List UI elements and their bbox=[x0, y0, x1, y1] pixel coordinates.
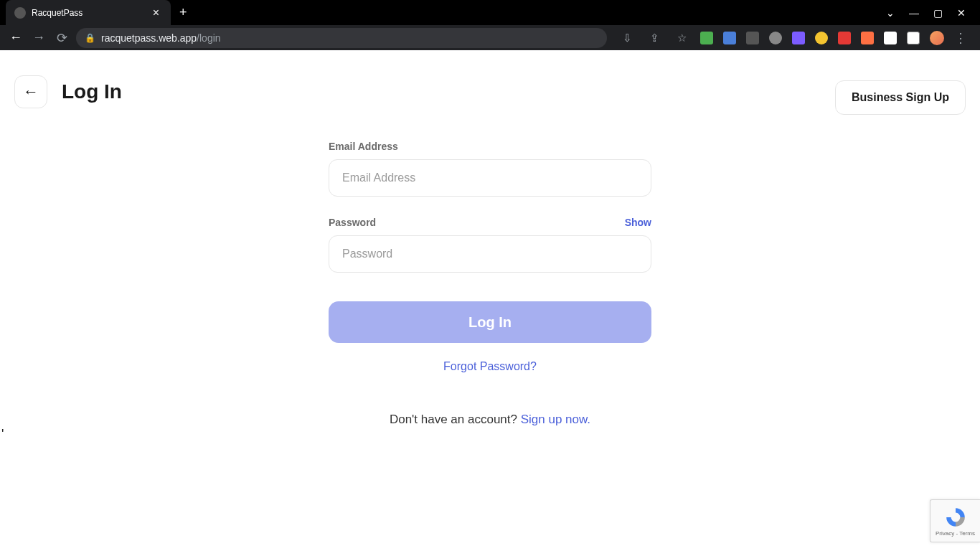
tab-bar: RacquetPass × + ⌄ — ▢ ✕ bbox=[0, 0, 980, 25]
nav-back-icon[interactable]: ← bbox=[7, 30, 24, 45]
menu-kebab-icon[interactable]: ⋮ bbox=[954, 30, 967, 46]
extensions-puzzle-icon[interactable] bbox=[884, 32, 897, 44]
address-bar[interactable]: 🔒 racquetpass.web.app/login bbox=[76, 28, 607, 48]
extension-icon[interactable] bbox=[815, 32, 828, 44]
signup-prompt-text: Don't have an account? bbox=[390, 413, 521, 426]
password-input[interactable] bbox=[329, 235, 651, 273]
close-window-icon[interactable]: ✕ bbox=[957, 7, 966, 19]
maximize-icon[interactable]: ▢ bbox=[933, 7, 943, 19]
recaptcha-terms[interactable]: Privacy - Terms bbox=[936, 530, 975, 537]
forgot-password-link[interactable]: Forgot Password? bbox=[329, 360, 651, 373]
favicon-icon bbox=[14, 7, 26, 19]
extension-icon[interactable] bbox=[769, 32, 782, 44]
recaptcha-badge[interactable]: Privacy - Terms bbox=[930, 499, 980, 542]
login-button[interactable]: Log In bbox=[329, 301, 651, 343]
extension-icon[interactable] bbox=[746, 32, 759, 44]
back-button[interactable]: ← bbox=[14, 75, 47, 108]
window-controls: ⌄ — ▢ ✕ bbox=[886, 7, 980, 19]
browser-chrome: RacquetPass × + ⌄ — ▢ ✕ ← → ⟳ 🔒 racquetp… bbox=[0, 0, 980, 50]
side-panel-icon[interactable] bbox=[907, 32, 920, 44]
extension-icon[interactable] bbox=[700, 32, 713, 44]
minimize-icon[interactable]: — bbox=[909, 7, 919, 19]
business-signup-button[interactable]: Business Sign Up bbox=[835, 80, 966, 115]
signup-prompt-row: Don't have an account? Sign up now. bbox=[329, 413, 651, 427]
page-title: Log In bbox=[62, 80, 122, 103]
extension-icons: ⇩ ⇪ ☆ ⋮ bbox=[613, 30, 973, 46]
login-form: Email Address Password Show Log In Forgo… bbox=[329, 141, 651, 427]
profile-avatar[interactable] bbox=[930, 31, 944, 45]
browser-tab[interactable]: RacquetPass × bbox=[6, 0, 171, 25]
signup-link[interactable]: Sign up now. bbox=[521, 413, 590, 426]
arrow-left-icon: ← bbox=[23, 83, 39, 101]
nav-forward-icon[interactable]: → bbox=[30, 30, 47, 45]
password-label: Password bbox=[329, 217, 376, 228]
stray-text: ' bbox=[1, 427, 4, 442]
email-input[interactable] bbox=[329, 159, 651, 197]
extension-icon[interactable] bbox=[838, 32, 851, 44]
email-label: Email Address bbox=[329, 141, 398, 152]
recaptcha-icon bbox=[944, 506, 967, 529]
url-host: racquetpass.web.app bbox=[101, 32, 197, 44]
extension-icon[interactable] bbox=[792, 32, 805, 44]
new-tab-button[interactable]: + bbox=[179, 5, 187, 20]
share-icon[interactable]: ⇪ bbox=[646, 32, 663, 44]
reload-icon[interactable]: ⟳ bbox=[53, 30, 70, 46]
page-header: ← Log In bbox=[14, 75, 966, 108]
tab-title: RacquetPass bbox=[32, 8, 150, 18]
download-icon[interactable]: ⇩ bbox=[618, 32, 636, 44]
lock-icon: 🔒 bbox=[85, 33, 95, 43]
page-content: ← Log In Business Sign Up Email Address … bbox=[0, 50, 980, 551]
star-icon[interactable]: ☆ bbox=[673, 32, 690, 44]
extension-icon[interactable] bbox=[861, 32, 874, 44]
close-tab-icon[interactable]: × bbox=[150, 6, 162, 19]
url-path: /login bbox=[197, 32, 220, 44]
address-bar-row: ← → ⟳ 🔒 racquetpass.web.app/login ⇩ ⇪ ☆ … bbox=[0, 25, 980, 50]
chevron-down-icon[interactable]: ⌄ bbox=[886, 7, 895, 19]
extension-icon[interactable] bbox=[723, 32, 736, 44]
show-password-link[interactable]: Show bbox=[625, 217, 651, 228]
